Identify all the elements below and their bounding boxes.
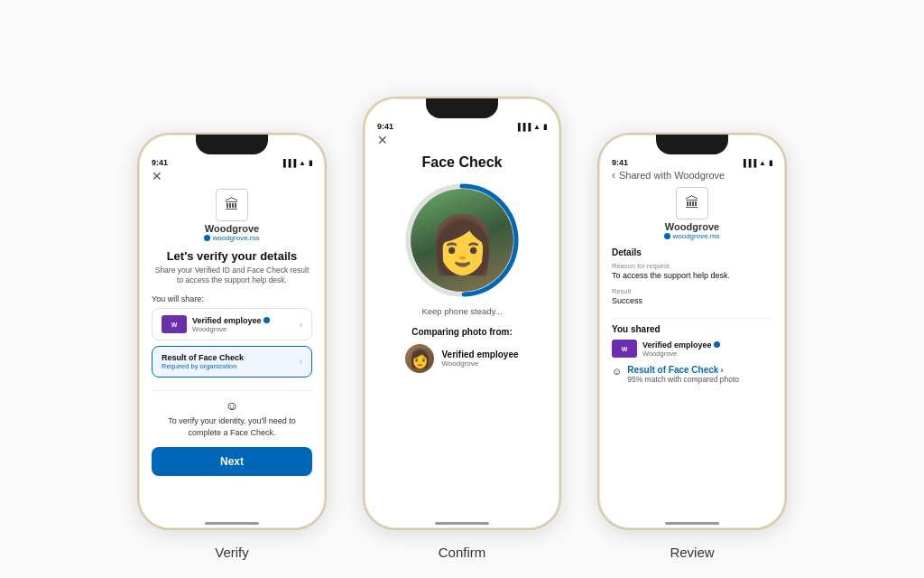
signal-icon-2: ▐▐▐: [515, 123, 531, 131]
close-button-2[interactable]: ✕: [377, 133, 547, 147]
status-icons-3: ▐▐▐ ▲ ▮: [741, 159, 772, 167]
back-label: Shared with Woodgrove: [619, 170, 725, 181]
battery-icon-1: ▮: [309, 159, 312, 167]
phone-confirm: 9:41 ▐▐▐ ▲ ▮ ✕ Face Check: [363, 97, 561, 530]
phone-notch-1: [196, 135, 268, 154]
compare-small-photo: 👩: [405, 344, 434, 373]
face-check-icon: ☺: [612, 366, 622, 377]
result-chevron: ›: [300, 357, 302, 367]
card-org: Woodgrove: [192, 325, 270, 333]
divider-1: [152, 390, 312, 391]
battery-icon-2: ▮: [543, 123, 547, 131]
result-face-info: Result of Face Check › 95% match with co…: [627, 365, 739, 386]
org-name-3: Woodgrove: [665, 221, 719, 232]
signal-icon-3: ▐▐▐: [741, 159, 756, 167]
status-icons-2: ▐▐▐ ▲ ▮: [515, 123, 547, 131]
phone-verify: 9:41 ▐▐▐ ▲ ▮ ✕ 🏛 Woodgrove woodgrove.ms: [137, 133, 327, 530]
steady-text: Keep phone steady...: [377, 306, 547, 316]
face-scan-icon: ☺: [226, 398, 238, 413]
verified-dot-shared: [714, 341, 720, 348]
org-url-3: woodgrove.ms: [664, 232, 719, 240]
compare-org: Woodgrove: [441, 359, 518, 368]
woodgrove-icon-3: 🏛: [676, 187, 708, 219]
phone-notch-2: [426, 98, 498, 118]
org-url-1: woodgrove.ms: [204, 234, 259, 242]
signal-icon-1: ▐▐▐: [281, 159, 296, 167]
status-bar-3: 9:41 ▐▐▐ ▲ ▮: [599, 154, 785, 169]
card-info: Verified employee Woodgrove: [192, 316, 270, 333]
share-label: You will share:: [152, 294, 312, 303]
phone-label-review: Review: [670, 545, 714, 560]
divider-3: [612, 318, 772, 319]
status-time-1: 9:41: [152, 158, 168, 167]
phone-label-verify: Verify: [215, 545, 249, 560]
card-name: Verified employee: [192, 316, 270, 325]
result-success: Success: [612, 296, 772, 305]
status-bar-1: 9:41 ▐▐▐ ▲ ▮: [139, 154, 325, 169]
result-name: Result of Face Check: [162, 353, 244, 362]
face-photo-circle: 👩: [411, 189, 513, 292]
woodgrove-badge: W: [162, 315, 187, 333]
home-indicator-1: [205, 522, 259, 525]
back-button[interactable]: ‹ Shared with Woodgrove: [612, 169, 772, 182]
face-notice: ☺ To verify your identity, you'll need t…: [152, 398, 312, 438]
result-row: Result Success: [612, 287, 772, 305]
person-image: 👩: [428, 217, 497, 273]
logo-area-3: 🏛 Woodgrove woodgrove.ms: [612, 187, 772, 240]
result-face-row[interactable]: ☺ Result of Face Check › 95% match with …: [612, 365, 772, 386]
face-text: To verify your identity, you'll need to …: [152, 415, 312, 438]
phone-3-content: ‹ Shared with Woodgrove 🏛 Woodgrove wood…: [599, 169, 785, 518]
wifi-icon-1: ▲: [299, 159, 306, 167]
status-bar-2: 9:41 ▐▐▐ ▲ ▮: [365, 118, 559, 133]
logo-area-1: 🏛 Woodgrove woodgrove.ms: [152, 189, 312, 242]
shared-card-name: Verified employee: [642, 340, 720, 350]
close-button-1[interactable]: ✕: [152, 169, 312, 183]
reason-key: Reason for request: [612, 262, 772, 270]
you-shared-label: You shared: [612, 324, 772, 334]
home-indicator-2: [435, 522, 489, 525]
phone-label-confirm: Confirm: [439, 545, 486, 560]
reason-val: To access the support help desk.: [612, 271, 772, 280]
shared-card-org: Woodgrove: [642, 350, 720, 358]
compare-card: 👩 Verified employee Woodgrove: [377, 344, 547, 373]
result-req: Required by organization: [162, 362, 244, 370]
verify-title: Let's verify your details: [152, 249, 312, 263]
wifi-icon-2: ▲: [533, 123, 541, 131]
result-key: Result: [612, 287, 772, 295]
result-face-check-card[interactable]: Result of Face Check Required by organiz…: [152, 346, 312, 378]
result-face-title: Result of Face Check ›: [627, 365, 739, 375]
phone-confirm-wrapper: 9:41 ▐▐▐ ▲ ▮ ✕ Face Check: [363, 97, 561, 560]
compare-name: Verified employee: [441, 350, 518, 359]
next-button[interactable]: Next: [152, 447, 312, 476]
status-time-3: 9:41: [612, 158, 628, 167]
org-name-1: Woodgrove: [205, 223, 259, 234]
confirm-title: Face Check: [377, 154, 547, 171]
details-label: Details: [612, 247, 772, 257]
phone-verify-wrapper: 9:41 ▐▐▐ ▲ ▮ ✕ 🏛 Woodgrove woodgrove.ms: [137, 133, 327, 560]
shared-card: W Verified employee Woodgrove: [612, 340, 772, 358]
back-chevron-icon: ‹: [612, 169, 615, 182]
compare-info: Verified employee Woodgrove: [441, 350, 518, 368]
woodgrove-icon-1: 🏛: [216, 189, 248, 221]
phone-notch-3: [656, 135, 728, 154]
card-left: W Verified employee Woodgrove: [162, 315, 270, 333]
verified-dot-3: [664, 233, 670, 239]
home-indicator-3: [665, 522, 719, 525]
status-time-2: 9:41: [377, 122, 393, 131]
card-chevron: ›: [300, 320, 302, 330]
phone-1-content: ✕ 🏛 Woodgrove woodgrove.ms Let's verify …: [139, 169, 325, 518]
woodgrove-badge-3: W: [612, 340, 637, 358]
photo-ring: 👩: [403, 182, 521, 299]
shared-card-info: Verified employee Woodgrove: [642, 340, 720, 358]
result-card-info: Result of Face Check Required by organiz…: [162, 353, 244, 370]
scene: 9:41 ▐▐▐ ▲ ▮ ✕ 🏛 Woodgrove woodgrove.ms: [0, 0, 924, 578]
result-pct: 95% match with compared photo: [627, 375, 739, 386]
face-photo: 👩: [411, 189, 513, 292]
phone-review: 9:41 ▐▐▐ ▲ ▮ ‹ Shared with Woodgrove 🏛 W…: [597, 133, 787, 530]
phone-review-wrapper: 9:41 ▐▐▐ ▲ ▮ ‹ Shared with Woodgrove 🏛 W…: [597, 133, 787, 560]
phone-2-content: ✕ Face Check 👩 Keep phone steady...: [365, 133, 559, 518]
result-face-chevron-icon: ›: [720, 366, 723, 375]
battery-icon-3: ▮: [769, 159, 772, 167]
reason-row: Reason for request To access the support…: [612, 262, 772, 280]
verified-employee-card[interactable]: W Verified employee Woodgrove ›: [152, 308, 312, 340]
